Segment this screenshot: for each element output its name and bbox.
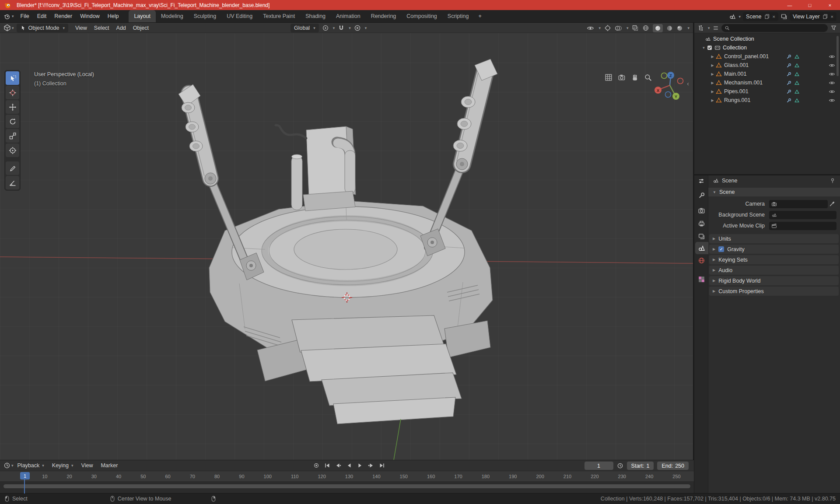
outliner-scrollbar[interactable] (836, 36, 839, 76)
expand-arrow-icon[interactable]: ▶ (709, 63, 716, 67)
filter-funnel-icon[interactable] (830, 24, 837, 31)
panel-rigid-body-world[interactable]: ▶ Rigid Body World (709, 276, 839, 285)
menu-render[interactable]: Render (50, 10, 76, 22)
tab-scene[interactable] (697, 244, 705, 252)
scene-collection-row[interactable]: Scene Collection (694, 35, 840, 43)
tab-layout[interactable]: Layout (129, 10, 156, 22)
menu-help[interactable]: Help (104, 10, 123, 22)
object-name[interactable]: Glass.001 (724, 62, 749, 68)
object-name[interactable]: Main.001 (724, 71, 746, 77)
scene-section-header[interactable]: ▼ Scene (708, 188, 840, 196)
menu-add[interactable]: Add (113, 25, 130, 31)
chevron-down-icon[interactable]: ▾ (739, 14, 741, 19)
tab-texture-paint[interactable]: Texture Paint (258, 10, 300, 22)
outliner-object-row[interactable]: ▶ Mechanism.001 (694, 78, 840, 87)
timeline-ruler[interactable]: 1102030405060708090100110120130140150160… (0, 471, 694, 482)
chevron-down-icon[interactable]: ▾ (708, 26, 710, 30)
visibility-eye-icon[interactable] (829, 71, 835, 77)
outliner-object-row[interactable]: ▶ Glass.001 (694, 61, 840, 70)
expand-arrow-icon[interactable]: ▶ (709, 81, 716, 85)
tab-view-layer[interactable] (697, 232, 705, 240)
outliner-object-row[interactable]: ▶ Pipes.001 (694, 87, 840, 96)
view-layer-icon[interactable] (780, 13, 788, 20)
current-frame-marker[interactable]: 1 (20, 472, 30, 480)
maximize-button[interactable]: □ (800, 0, 820, 10)
modifier-wrench-icon[interactable] (786, 63, 792, 68)
menu-window[interactable]: Window (76, 10, 103, 22)
expand-arrow-icon[interactable]: ▶ (709, 55, 716, 59)
outliner-object-row[interactable]: ▶ Rungs.001 (694, 96, 840, 105)
outliner-search-input[interactable] (721, 24, 828, 32)
scene-collection-name[interactable]: Scene Collection (713, 36, 754, 42)
panel-keying-sets[interactable]: ▶ Keying Sets (709, 255, 839, 264)
collection-checkbox[interactable] (707, 45, 712, 50)
current-frame-field[interactable]: 1 (584, 462, 613, 470)
shading-wireframe-icon[interactable] (642, 24, 649, 32)
tab-scripting[interactable]: Scripting (442, 10, 474, 22)
transform-tool[interactable] (6, 144, 19, 157)
jump-to-end-button[interactable] (377, 461, 387, 470)
toggle-grid-icon[interactable] (605, 74, 612, 81)
visibility-eye-icon[interactable] (829, 53, 835, 60)
navigation-gizmo[interactable]: Z X Y (652, 68, 689, 105)
shading-rendered-icon[interactable] (676, 25, 683, 32)
mesh-data-icon[interactable] (794, 98, 800, 103)
proportional-editing-icon[interactable] (354, 24, 361, 32)
eyedropper-icon[interactable] (828, 201, 836, 207)
menu-keying[interactable]: Keying ▾ (48, 462, 77, 469)
scale-tool[interactable] (6, 129, 19, 143)
tab-uv-editing[interactable]: UV Editing (221, 10, 258, 22)
orientation-dropdown[interactable]: Global ▾ (290, 24, 319, 32)
visibility-eye-icon[interactable] (829, 88, 835, 95)
background-scene-field[interactable] (769, 211, 836, 219)
expand-arrow-icon[interactable]: ▶ (709, 72, 716, 76)
axis-neg-x-ball[interactable] (678, 78, 683, 84)
show-overlays-icon[interactable] (615, 24, 622, 32)
collapse-arrow-icon[interactable]: ▼ (700, 46, 707, 50)
modifier-wrench-icon[interactable] (786, 80, 792, 86)
modifier-wrench-icon[interactable] (786, 54, 792, 60)
outliner-object-row[interactable]: ▶ Main.001 (694, 70, 840, 78)
tab-modeling[interactable]: Modeling (156, 10, 189, 22)
tab-output[interactable] (697, 220, 705, 228)
panel-custom-properties[interactable]: ▶ Custom Properties (709, 287, 839, 296)
chevron-down-icon[interactable]: ▾ (598, 26, 601, 30)
display-mode-icon[interactable] (713, 25, 719, 31)
tab-sculpting[interactable]: Sculpting (189, 10, 221, 22)
chevron-down-icon[interactable]: ▾ (626, 26, 629, 30)
camera-view-icon[interactable] (618, 74, 626, 81)
region-collapse-chevron[interactable]: ‹ (687, 80, 689, 87)
object-name[interactable]: Pipes.001 (724, 88, 749, 94)
panel-gravity[interactable]: ▶ ✓ Gravity (709, 245, 839, 254)
mesh-data-icon[interactable] (794, 63, 800, 68)
visibility-eye-icon[interactable] (829, 62, 835, 69)
play-reverse-button[interactable] (344, 461, 354, 470)
jump-to-start-button[interactable] (322, 461, 332, 470)
new-scene-icon[interactable] (764, 14, 770, 19)
menu-file[interactable]: File (17, 10, 33, 22)
mesh-data-icon[interactable] (794, 71, 800, 77)
editor-type-3dview-icon[interactable] (4, 24, 11, 32)
object-name[interactable]: Control_panel.001 (724, 53, 769, 60)
measure-tool[interactable] (6, 176, 19, 189)
menu-playback[interactable]: Playback ▾ (14, 462, 48, 469)
pin-icon[interactable] (830, 178, 836, 184)
unlink-scene-icon[interactable]: × (773, 14, 775, 19)
modifier-wrench-icon[interactable] (786, 98, 792, 103)
tab-rendering[interactable]: Rendering (366, 10, 402, 22)
pivot-point-icon[interactable] (322, 24, 329, 32)
pan-hand-icon[interactable] (631, 74, 639, 81)
tab-animation[interactable]: Animation (331, 10, 366, 22)
tab-texture[interactable] (697, 275, 705, 283)
menu-object[interactable]: Object (130, 25, 152, 31)
browse-scene-icon[interactable] (729, 13, 736, 20)
mode-dropdown[interactable]: Object Mode ▾ (17, 24, 68, 32)
new-view-layer-icon[interactable] (822, 14, 828, 19)
tab-world[interactable] (697, 256, 705, 264)
annotate-tool[interactable] (6, 161, 19, 175)
cursor-tool[interactable] (6, 86, 19, 99)
blender-app-menu[interactable]: ▾ (0, 10, 17, 22)
tab-compositing[interactable]: Compositing (401, 10, 442, 22)
mesh-data-icon[interactable] (794, 54, 800, 60)
close-button[interactable]: × (820, 0, 840, 10)
